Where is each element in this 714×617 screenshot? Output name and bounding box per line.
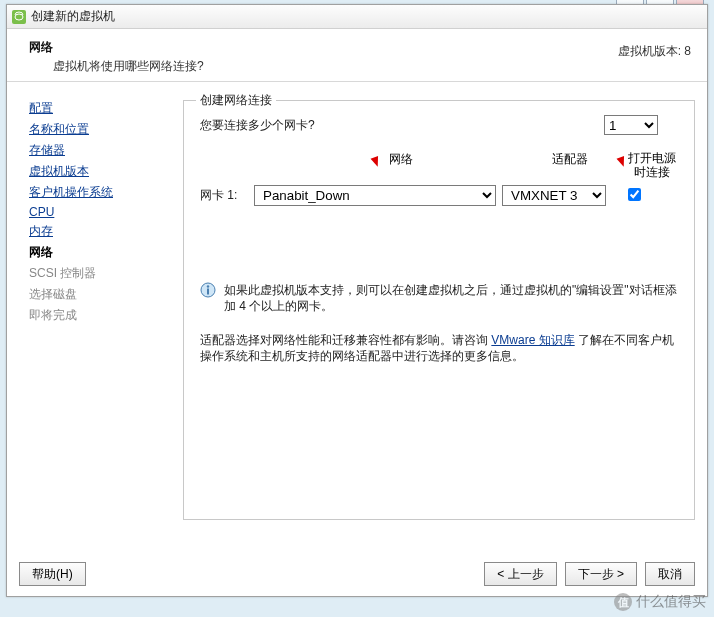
step-storage[interactable]: 存储器: [29, 142, 169, 159]
nic-1-connect-checkbox[interactable]: [628, 188, 641, 201]
watermark-icon: 值: [614, 593, 632, 611]
step-cpu[interactable]: CPU: [29, 205, 169, 219]
col-poweron-header: 打开电源时连接: [625, 151, 678, 179]
nic-count-select[interactable]: 1: [604, 115, 658, 135]
note-prefix: 适配器选择对网络性能和迁移兼容性都有影响。请咨询: [200, 333, 491, 347]
step-memory[interactable]: 内存: [29, 223, 169, 240]
column-headers: 网络 适配器 打开电源时连接: [200, 151, 678, 179]
info-text: 如果此虚拟机版本支持，则可以在创建虚拟机之后，通过虚拟机的"编辑设置"对话框添加…: [224, 282, 678, 314]
watermark-text: 什么值得买: [636, 593, 706, 611]
step-guest-os[interactable]: 客户机操作系统: [29, 184, 169, 201]
step-scsi: SCSI 控制器: [29, 265, 169, 282]
step-name-location[interactable]: 名称和位置: [29, 121, 169, 138]
step-disk: 选择磁盘: [29, 286, 169, 303]
nic-1-label: 网卡 1:: [200, 187, 254, 204]
step-config[interactable]: 配置: [29, 100, 169, 117]
nic-count-question: 您要连接多少个网卡?: [200, 117, 315, 134]
help-button[interactable]: 帮助(H): [19, 562, 86, 586]
nic-row-1: 网卡 1: Panabit_Down VMXNET 3: [200, 185, 678, 206]
info-icon: [200, 282, 216, 298]
col-network-header: 网络: [326, 151, 475, 179]
svg-rect-2: [207, 289, 209, 295]
site-watermark: 值 什么值得买: [614, 593, 706, 611]
step-finish: 即将完成: [29, 307, 169, 324]
window-title: 创建新的虚拟机: [31, 8, 115, 25]
wizard-steps-sidebar: 配置 名称和位置 存储器 虚拟机版本 客户机操作系统 CPU 内存 网络 SCS…: [29, 100, 169, 520]
network-groupbox: 创建网络连接 您要连接多少个网卡? 1 网络 适配器 打开电源时连接: [183, 100, 695, 520]
nic-1-adapter-select[interactable]: VMXNET 3: [502, 185, 606, 206]
vmware-kb-link[interactable]: VMware 知识库: [491, 333, 574, 347]
cancel-button[interactable]: 取消: [645, 562, 695, 586]
wizard-window: 创建新的虚拟机 网络 虚拟机将使用哪些网络连接? 虚拟机版本: 8 配置 名称和…: [6, 4, 708, 597]
wizard-header: 网络 虚拟机将使用哪些网络连接? 虚拟机版本: 8: [7, 29, 707, 82]
back-button[interactable]: < 上一步: [484, 562, 556, 586]
groupbox-legend: 创建网络连接: [196, 92, 276, 109]
page-title: 网络: [29, 39, 204, 56]
titlebar: 创建新的虚拟机: [7, 5, 707, 29]
next-button[interactable]: 下一步 >: [565, 562, 637, 586]
col-adapter-header: 适配器: [535, 151, 605, 179]
vm-version-label: 虚拟机版本: 8: [618, 39, 691, 75]
adapter-note: 适配器选择对网络性能和迁移兼容性都有影响。请咨询 VMware 知识库 了解在不…: [200, 332, 678, 364]
page-subtitle: 虚拟机将使用哪些网络连接?: [29, 58, 204, 75]
info-block: 如果此虚拟机版本支持，则可以在创建虚拟机之后，通过虚拟机的"编辑设置"对话框添加…: [200, 282, 678, 314]
app-icon: [11, 9, 27, 25]
wizard-footer: 帮助(H) < 上一步 下一步 > 取消: [19, 562, 695, 586]
step-vm-version[interactable]: 虚拟机版本: [29, 163, 169, 180]
svg-point-3: [207, 285, 209, 287]
step-network: 网络: [29, 244, 169, 261]
nic-1-network-select[interactable]: Panabit_Down: [254, 185, 496, 206]
